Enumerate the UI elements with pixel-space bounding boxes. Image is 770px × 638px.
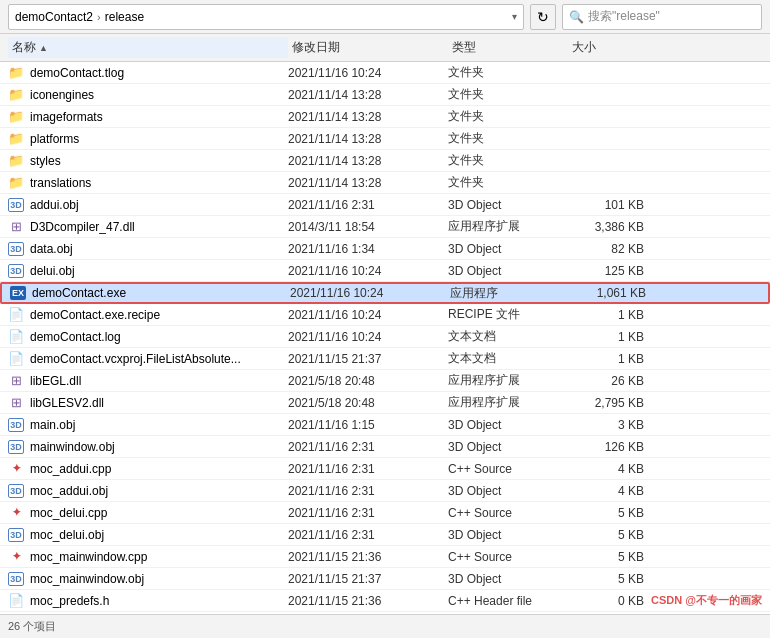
watermark: CSDN @不专一的画家 [651, 593, 762, 608]
file-date: 2021/11/15 21:36 [288, 594, 448, 608]
file-type: 3D Object [448, 572, 568, 586]
file-size: 1 KB [568, 308, 648, 322]
file-date: 2021/5/18 20:48 [288, 396, 448, 410]
file-date: 2021/5/18 20:48 [288, 374, 448, 388]
file-name-cell: 3Dmainwindow.obj [8, 440, 288, 454]
file-type: 文件夹 [448, 64, 568, 81]
table-row[interactable]: 3Dmoc_addui.obj2021/11/16 2:313D Object4… [0, 480, 770, 502]
file-date: 2021/11/15 21:36 [288, 550, 448, 564]
file-date: 2021/11/15 21:37 [288, 352, 448, 366]
folder-icon: 📁 [8, 153, 24, 169]
file-name-cell: ⊞libEGL.dll [8, 373, 288, 389]
table-row[interactable]: 3Dmoc_mainwindow.obj2021/11/15 21:373D O… [0, 568, 770, 590]
file-name-cell: 3Daddui.obj [8, 198, 288, 212]
obj-icon: 3D [8, 418, 24, 432]
col-name-label: 名称 [12, 39, 36, 56]
table-row[interactable]: 📄demoContact.vcxproj.FileListAbsolute...… [0, 348, 770, 370]
file-date: 2021/11/16 2:31 [288, 462, 448, 476]
cpp-icon: ✦ [8, 461, 24, 477]
file-date: 2021/11/16 10:24 [290, 286, 450, 300]
file-type: 3D Object [448, 198, 568, 212]
file-type: C++ Source [448, 506, 568, 520]
file-type: 文本文档 [448, 328, 568, 345]
table-row[interactable]: ⊞libGLESV2.dll2021/5/18 20:48应用程序扩展2,795… [0, 392, 770, 414]
table-row[interactable]: EXdemoContact.exe2021/11/16 10:24应用程序1,0… [0, 282, 770, 304]
file-date: 2021/11/14 13:28 [288, 132, 448, 146]
file-list[interactable]: 📁demoContact.tlog2021/11/16 10:24文件夹📁ico… [0, 62, 770, 614]
file-size: 4 KB [568, 462, 648, 476]
top-bar: demoContact2 › release ▾ ↻ 🔍 搜索"release" [0, 0, 770, 34]
refresh-button[interactable]: ↻ [530, 4, 556, 30]
file-name-cell: 3Ddata.obj [8, 242, 288, 256]
table-row[interactable]: 📁platforms2021/11/14 13:28文件夹 [0, 128, 770, 150]
file-date: 2021/11/16 1:34 [288, 242, 448, 256]
folder-icon: 📁 [8, 131, 24, 147]
file-name-cell: 3Dmoc_addui.obj [8, 484, 288, 498]
table-row[interactable]: 3Dmoc_delui.obj2021/11/16 2:313D Object5… [0, 524, 770, 546]
table-row[interactable]: 3Ddelui.obj2021/11/16 10:243D Object125 … [0, 260, 770, 282]
col-header-name[interactable]: 名称 ▲ [8, 37, 288, 58]
table-row[interactable]: 3Dmainwindow.obj2021/11/16 2:313D Object… [0, 436, 770, 458]
file-size: 126 KB [568, 440, 648, 454]
file-size: 0 KB [568, 594, 648, 608]
file-size: 1 KB [568, 352, 648, 366]
file-date: 2021/11/15 21:37 [288, 572, 448, 586]
table-row[interactable]: ✦moc_mainwindow.cpp2021/11/15 21:36C++ S… [0, 546, 770, 568]
status-bar: 26 个项目 [0, 614, 770, 638]
file-name: addui.obj [30, 198, 79, 212]
breadcrumb-area[interactable]: demoContact2 › release ▾ [8, 4, 524, 30]
col-header-type[interactable]: 类型 [448, 37, 568, 58]
table-row[interactable]: 📁iconengines2021/11/14 13:28文件夹 [0, 84, 770, 106]
table-row[interactable]: 📁styles2021/11/14 13:28文件夹 [0, 150, 770, 172]
breadcrumb-separator: › [97, 11, 101, 23]
file-type: C++ Source [448, 550, 568, 564]
file-name: libGLESV2.dll [30, 396, 104, 410]
search-area[interactable]: 🔍 搜索"release" [562, 4, 762, 30]
file-date: 2021/11/16 2:31 [288, 198, 448, 212]
file-size: 82 KB [568, 242, 648, 256]
table-row[interactable]: 3Daddui.obj2021/11/16 2:313D Object101 K… [0, 194, 770, 216]
file-size: 5 KB [568, 528, 648, 542]
obj-icon: 3D [8, 528, 24, 542]
obj-icon: 3D [8, 484, 24, 498]
table-row[interactable]: ✦moc_addui.cpp2021/11/16 2:31C++ Source4… [0, 458, 770, 480]
table-row[interactable]: 📁demoContact.tlog2021/11/16 10:24文件夹 [0, 62, 770, 84]
table-row[interactable]: 📄demoContact.log2021/11/16 10:24文本文档1 KB [0, 326, 770, 348]
table-row[interactable]: 📁translations2021/11/14 13:28文件夹 [0, 172, 770, 194]
file-date: 2021/11/16 2:31 [288, 506, 448, 520]
file-type: 文件夹 [448, 130, 568, 147]
cpp-icon: ✦ [8, 505, 24, 521]
h-icon: 📄 [8, 593, 24, 609]
table-row[interactable]: 3Ddata.obj2021/11/16 1:343D Object82 KB [0, 238, 770, 260]
col-header-size[interactable]: 大小 [568, 37, 648, 58]
file-name: moc_addui.obj [30, 484, 108, 498]
table-row[interactable]: 3Dmain.obj2021/11/16 1:153D Object3 KB [0, 414, 770, 436]
breadcrumb-dropdown-icon[interactable]: ▾ [512, 11, 517, 22]
dll-icon: ⊞ [8, 395, 24, 411]
file-name: iconengines [30, 88, 94, 102]
file-name-cell: 📁platforms [8, 131, 288, 147]
breadcrumb-root: demoContact2 [15, 10, 93, 24]
file-size: 5 KB [568, 506, 648, 520]
file-name: D3Dcompiler_47.dll [30, 220, 135, 234]
dll-icon: ⊞ [8, 219, 24, 235]
file-date: 2021/11/16 2:31 [288, 484, 448, 498]
table-row[interactable]: 📄demoContact.exe.recipe2021/11/16 10:24R… [0, 304, 770, 326]
file-name: imageformats [30, 110, 103, 124]
table-row[interactable]: ⊞D3Dcompiler_47.dll2014/3/11 18:54应用程序扩展… [0, 216, 770, 238]
file-name: data.obj [30, 242, 73, 256]
file-type: 文件夹 [448, 174, 568, 191]
file-date: 2021/11/16 2:31 [288, 528, 448, 542]
file-name-cell: 3Dmoc_mainwindow.obj [8, 572, 288, 586]
obj-icon: 3D [8, 242, 24, 256]
table-row[interactable]: ✦moc_delui.cpp2021/11/16 2:31C++ Source5… [0, 502, 770, 524]
refresh-icon: ↻ [537, 9, 549, 25]
table-row[interactable]: ⊞libEGL.dll2021/5/18 20:48应用程序扩展26 KB [0, 370, 770, 392]
file-name: delui.obj [30, 264, 75, 278]
table-row[interactable]: 📁imageformats2021/11/14 13:28文件夹 [0, 106, 770, 128]
col-header-date[interactable]: 修改日期 [288, 37, 448, 58]
file-name-cell: 📁demoContact.tlog [8, 65, 288, 81]
file-name: main.obj [30, 418, 75, 432]
file-type: 3D Object [448, 264, 568, 278]
file-date: 2021/11/14 13:28 [288, 88, 448, 102]
